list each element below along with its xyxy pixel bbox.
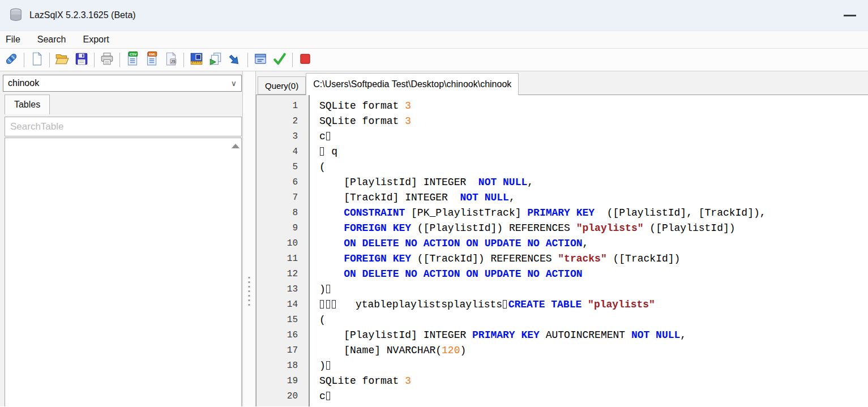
sql-editor[interactable]: 1SQLite format 32SQLite format 33c4 q5(6… (256, 95, 868, 406)
code-line: 20c (256, 389, 868, 404)
search-table-input[interactable] (5, 117, 242, 136)
script-pages-icon (208, 52, 223, 68)
code-line: 8 CONSTRAINT [PK_PlaylistTrack] PRIMARY … (256, 205, 868, 221)
table-list-scrollbar[interactable] (231, 139, 240, 406)
stop-icon (298, 52, 313, 68)
control-char-box (320, 147, 324, 156)
table-list[interactable] (5, 138, 242, 406)
open-folder-icon (55, 52, 70, 68)
code-line: 13) (256, 282, 868, 297)
line-number: 9 (256, 221, 310, 236)
line-number: 19 (256, 374, 310, 389)
control-char-box (326, 132, 330, 140)
toolbar-separator (183, 53, 184, 67)
line-number: 18 (256, 358, 310, 374)
code-line: 21 (256, 404, 868, 406)
control-char-box (326, 285, 330, 293)
print-button[interactable] (97, 51, 117, 69)
toolbar-separator (119, 53, 120, 67)
main-area: chinook ∨ Tables Query(0) C:\Users\Softp… (0, 71, 868, 406)
code-line: 17 [Name] NVARCHAR(120) (256, 343, 868, 358)
open-file-button[interactable] (53, 51, 72, 69)
line-number: 12 (256, 267, 310, 282)
control-char-box (326, 361, 330, 370)
code-line: 10 ON DELETE NO ACTION ON UPDATE NO ACTI… (256, 236, 868, 251)
code-line: 18) (256, 358, 868, 374)
minimize-icon (844, 15, 856, 16)
line-number: 7 (256, 190, 310, 205)
new-query-button[interactable] (27, 51, 46, 69)
code-line: 5( (256, 160, 868, 175)
menu-export[interactable]: Export (74, 31, 117, 48)
control-char-box (320, 300, 324, 309)
database-icon (8, 7, 24, 23)
print-icon (100, 52, 114, 68)
toolbar-separator (247, 53, 248, 67)
tab-query[interactable]: Query(0) (258, 76, 306, 95)
line-number: 6 (256, 175, 310, 190)
code-line: 7 [TrackId] INTEGER NOT NULL, (256, 190, 868, 205)
control-char-box (332, 300, 336, 309)
line-number: 3 (256, 129, 310, 144)
window-title: LazSqlX 5.2.3.1625 (Beta) (29, 10, 136, 20)
stop-button[interactable] (296, 51, 315, 69)
check-icon (272, 52, 287, 68)
line-number: 14 (256, 297, 310, 312)
database-selector[interactable]: chinook ∨ (3, 75, 242, 92)
connect-button[interactable] (2, 51, 21, 69)
code-line: 11 FOREIGN KEY ([TrackId]) REFERENCES "t… (256, 251, 868, 267)
line-number: 16 (256, 328, 310, 343)
line-number: 11 (256, 251, 310, 267)
line-number: 15 (256, 312, 310, 328)
save-icon (74, 52, 89, 68)
menu-search[interactable]: Search (29, 31, 75, 48)
connect-icon (4, 52, 19, 68)
line-number: 8 (256, 205, 310, 221)
run-button[interactable] (225, 51, 245, 69)
code-line: 14 ytableplaylistsplaylistsCREATE TABLE … (256, 297, 868, 312)
minimize-button[interactable] (843, 11, 857, 19)
tab-tables[interactable]: Tables (5, 95, 50, 114)
line-number: 2 (256, 114, 310, 129)
control-char-box (326, 392, 330, 400)
database-selector-value: chinook (8, 78, 39, 88)
design-ruler-icon (189, 52, 204, 68)
editor-tabbar: Query(0) C:\Users\Softpedia Test\Desktop… (256, 71, 868, 95)
tab-file-path[interactable]: C:\Users\Softpedia Test\Desktop\chinook\… (306, 73, 519, 95)
code-line: 12 ON DELETE NO ACTION ON UPDATE NO ACTI… (256, 267, 868, 282)
control-char-box (503, 300, 507, 309)
execute-script-button[interactable] (206, 51, 225, 69)
line-number: 4 (256, 144, 310, 160)
validate-button[interactable] (270, 51, 289, 69)
toolbar-separator (94, 53, 95, 67)
panel-splitter[interactable] (242, 71, 256, 406)
scroll-up-icon (232, 144, 240, 148)
control-char-box (326, 300, 330, 309)
code-line: 1SQLite format 3 (256, 98, 868, 114)
export-json-button[interactable]: JS (161, 51, 181, 69)
code-line: 9 FOREIGN KEY ([PlaylistId]) REFERENCES … (256, 221, 868, 236)
line-number: 5 (256, 160, 310, 175)
export-xml-button[interactable]: XML (142, 51, 161, 69)
code-line: 2SQLite format 3 (256, 114, 868, 129)
svg-text:CSV: CSV (130, 53, 136, 56)
sidebar: chinook ∨ Tables (0, 71, 242, 406)
save-button[interactable] (72, 51, 91, 69)
editor-panel: Query(0) C:\Users\Softpedia Test\Desktop… (256, 71, 868, 406)
code-line: 3c (256, 129, 868, 144)
form-window-icon (253, 52, 268, 68)
toolbar-separator (292, 53, 293, 67)
svg-text:XML: XML (149, 53, 156, 56)
splitter-grip-icon (249, 274, 250, 309)
save-design-button[interactable] (187, 51, 206, 69)
export-csv-button[interactable]: CSV (123, 51, 142, 69)
toolbar: CSVXMLJS (0, 49, 868, 71)
new-file-icon (29, 52, 44, 68)
run-arrow-icon (228, 52, 242, 68)
chevron-down-icon: ∨ (231, 79, 237, 88)
form-view-button[interactable] (251, 51, 270, 69)
svg-text:JS: JS (171, 59, 176, 63)
menu-file[interactable]: File (0, 31, 29, 48)
menubar: File Search Export (0, 31, 868, 49)
code-line: 4 q (256, 144, 868, 160)
